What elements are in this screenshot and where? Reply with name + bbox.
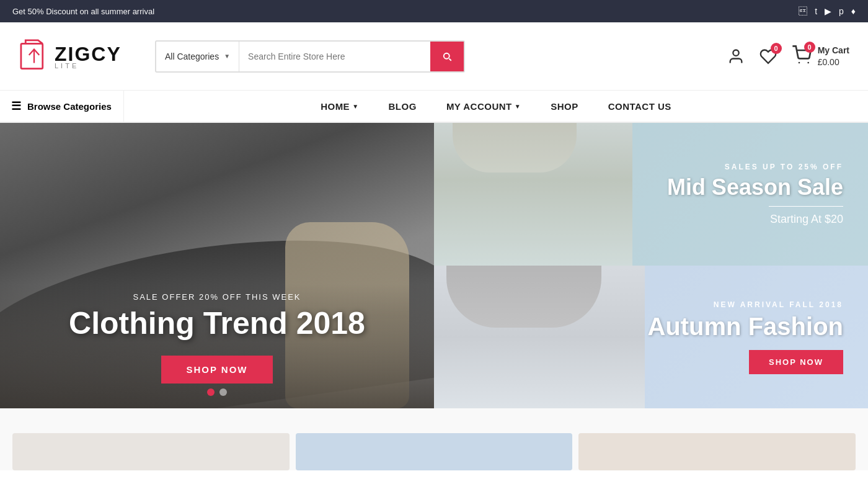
hero-main-content: SALE OFFER 20% OFF THIS WEEK Clothing Tr… <box>31 292 403 384</box>
search-area: All Categories ▼ <box>155 40 465 73</box>
user-icon-button[interactable] <box>727 48 745 65</box>
nav-my-account[interactable]: MY ACCOUNT ▼ <box>444 91 523 122</box>
top-banner-title: Mid Season Sale <box>667 175 843 200</box>
top-banner-sub: Starting At $20 <box>667 213 843 226</box>
top-banner-divider <box>769 206 843 207</box>
youtube-icon[interactable]: ▶ <box>825 6 831 16</box>
logo[interactable]: ZIGCY LITE <box>19 39 130 73</box>
instagram-icon[interactable]: ♦ <box>851 6 856 16</box>
hero-title: Clothing Trend 2018 <box>31 307 403 341</box>
wishlist-button[interactable]: 0 <box>760 48 777 65</box>
svg-rect-0 <box>21 43 43 68</box>
section-gap <box>0 408 868 433</box>
cat-item-1 <box>12 433 290 470</box>
nav-contact[interactable]: CONTACT US <box>606 91 674 122</box>
bottom-banner-label: NEW ARRIVAL FALL 2018 <box>647 300 843 309</box>
cat-item-2 <box>296 433 573 470</box>
chevron-down-icon: ▼ <box>224 53 230 60</box>
cart-button[interactable]: 0 My Cart £0.00 <box>792 45 849 67</box>
header-icons: 0 0 My Cart £0.00 <box>727 45 849 67</box>
search-button[interactable] <box>430 42 464 71</box>
hero-sub-title: SALE OFFER 20% OFF THIS WEEK <box>31 292 403 302</box>
hero-bottom-banner: NEW ARRIVAL FALL 2018 Autumn Fashion SHO… <box>434 266 868 408</box>
pinterest-icon[interactable]: p <box>839 6 844 16</box>
nav-links: HOME ▼ BLOG MY ACCOUNT ▼ SHOP CONTACT US <box>124 91 868 122</box>
browse-categories[interactable]: ☰ Browse Categories <box>0 91 124 122</box>
nav-bar: ☰ Browse Categories HOME ▼ BLOG MY ACCOU… <box>0 91 868 123</box>
bottom-banner-content: NEW ARRIVAL FALL 2018 Autumn Fashion SHO… <box>647 300 843 374</box>
browse-label: Browse Categories <box>27 101 112 112</box>
wishlist-badge: 0 <box>771 43 782 54</box>
hero-shop-now-button[interactable]: SHOP NOW <box>161 356 272 384</box>
hero-dots <box>207 388 227 396</box>
dot-1[interactable] <box>207 388 215 396</box>
category-label: All Categories <box>165 52 219 61</box>
nav-home[interactable]: HOME ▼ <box>318 91 361 122</box>
top-banner-label: SALES UP TO 25% OFF <box>667 163 843 171</box>
nav-blog[interactable]: BLOG <box>386 91 419 122</box>
header: ZIGCY LITE All Categories ▼ 0 <box>0 22 868 91</box>
cart-badge: 0 <box>804 42 815 53</box>
bottom-banner-title: Autumn Fashion <box>647 313 843 340</box>
logo-icon <box>19 39 50 73</box>
dot-2[interactable] <box>219 388 227 396</box>
hero-section: SALE OFFER 20% OFF THIS WEEK Clothing Tr… <box>0 123 868 408</box>
search-icon <box>441 51 453 62</box>
bottom-banner-shop-now-button[interactable]: SHOP NOW <box>749 350 843 374</box>
svg-point-4 <box>807 61 809 63</box>
search-category-dropdown[interactable]: All Categories ▼ <box>156 42 239 71</box>
twitter-icon[interactable]: t <box>815 6 817 16</box>
cat-item-3 <box>578 433 856 470</box>
cart-price: £0.00 <box>818 56 849 68</box>
hero-top-banner: SALES UP TO 25% OFF Mid Season Sale Star… <box>434 123 868 266</box>
facebook-icon[interactable]:  <box>799 6 807 16</box>
announcement-text: Get 50% Discount on all summer arrival <box>12 7 154 16</box>
hamburger-icon: ☰ <box>11 99 21 113</box>
hero-right: SALES UP TO 25% OFF Mid Season Sale Star… <box>434 123 868 408</box>
hero-main-banner: SALE OFFER 20% OFF THIS WEEK Clothing Tr… <box>0 123 434 408</box>
cart-icon-wrap: 0 <box>792 45 812 68</box>
user-icon <box>727 48 745 65</box>
chevron-down-icon: ▼ <box>352 103 358 110</box>
social-links:  t ▶ p ♦ <box>799 6 856 16</box>
nav-shop[interactable]: SHOP <box>548 91 581 122</box>
search-input[interactable] <box>239 42 430 71</box>
top-bar: Get 50% Discount on all summer arrival … <box>0 0 868 22</box>
top-banner-content: SALES UP TO 25% OFF Mid Season Sale Star… <box>667 163 843 226</box>
cart-title: My Cart <box>818 45 849 56</box>
category-preview <box>0 433 868 470</box>
cart-label: My Cart £0.00 <box>818 45 849 67</box>
svg-point-2 <box>733 50 738 55</box>
svg-point-3 <box>798 61 800 63</box>
chevron-down-icon: ▼ <box>515 103 521 110</box>
